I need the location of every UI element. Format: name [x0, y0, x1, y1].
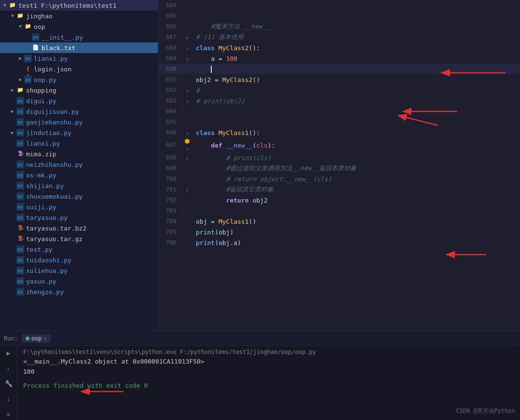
sidebar-item-login-json[interactable]: { } login.json: [0, 64, 158, 74]
fold-icon-687[interactable]: ⊖: [186, 35, 189, 41]
sidebar-item-lianxi2-py[interactable]: py lianxi.py: [0, 138, 158, 149]
chevron-jinghao: [10, 13, 15, 19]
sidebar-item-taryasuo-gz[interactable]: 🗜 taryasuo.tar.gz: [0, 233, 158, 244]
sidebar-item-shuxue-py[interactable]: py shuxuemokuai.py: [0, 191, 158, 202]
gutter-692: ⊖: [182, 85, 192, 95]
code-editor[interactable]: 684 685 68: [158, 0, 520, 248]
line-content-705[interactable]: print(obj): [192, 227, 520, 237]
line-num-696: 696: [158, 127, 182, 138]
table-row: 696 ⊖ class MyClass1():: [158, 127, 520, 138]
line-content-697[interactable]: def __new__(cls):: [192, 138, 520, 152]
sidebar-item-diguijisuan-py[interactable]: py diguijisuan.py: [0, 106, 158, 117]
table-row: 687 ⊖ # (1) 基本使用: [158, 32, 520, 42]
line-content-690[interactable]: [192, 64, 520, 74]
sidebar-item-suiji-py[interactable]: py suiji.py: [0, 202, 158, 212]
line-content-684[interactable]: [192, 0, 520, 11]
sidebar-item-oop-folder[interactable]: 📁 oop: [0, 21, 158, 32]
sidebar-item-shijian-py[interactable]: py shijian.py: [0, 180, 158, 191]
sidebar-item-init-py[interactable]: py __init__.py: [0, 32, 158, 42]
line-num-684: 684: [158, 0, 182, 11]
fold-icon-693[interactable]: ⊖: [186, 99, 189, 104]
watermark: CSDN @景天说Python: [456, 407, 515, 415]
fold-icon-698[interactable]: ⊖: [186, 156, 189, 161]
line-content-706[interactable]: print(obj.a): [192, 237, 520, 248]
table-row: 705 print(obj): [158, 227, 520, 237]
sidebar-item-zhengze-py[interactable]: py zhengze.py: [0, 286, 158, 297]
line-content-685[interactable]: [192, 11, 520, 21]
sidebar-item-test-py[interactable]: py test.py: [0, 244, 158, 255]
fold-icon-689[interactable]: ⊖: [186, 56, 189, 62]
folder-icon-shopping: 📁: [16, 86, 24, 94]
sidebar-item-shopping[interactable]: 📁 shopping: [0, 85, 158, 95]
line-num-691: 691: [158, 74, 182, 85]
line-content-704[interactable]: obj = MyClass1(): [192, 216, 520, 227]
line-num-686: 686: [158, 21, 182, 32]
run-tab-close[interactable]: ✕: [44, 336, 47, 341]
line-content-700[interactable]: # return object.__new__(cls): [192, 174, 520, 184]
line-content-686[interactable]: #魔术方法 __new__: [192, 21, 520, 32]
label-shuxue-py: shuxuemokuai.py: [26, 193, 82, 200]
py-icon-neizhi: py: [16, 161, 24, 168]
table-row: 698 ⊖ # print(cls): [158, 152, 520, 163]
run-tab-oop[interactable]: oop ✕: [22, 334, 51, 343]
run-down-button[interactable]: ↓: [3, 393, 14, 405]
line-content-699[interactable]: #通过借助父类调用方法__new__返回本类对象: [192, 163, 520, 174]
sidebar-item-xuliehua-py[interactable]: py xuliehua.py: [0, 265, 158, 276]
sidebar-item-osmk-py[interactable]: py os-mk.py: [0, 170, 158, 180]
sidebar-item-taryasuo-bz2[interactable]: 🗜 taryasuo.tar.bz2: [0, 223, 158, 233]
fold-icon-696[interactable]: ⊖: [186, 131, 189, 136]
line-content-692[interactable]: #: [192, 85, 520, 95]
line-content-701[interactable]: #返回其它类对象: [192, 184, 520, 195]
gutter-703: [182, 205, 192, 216]
fold-icon-692[interactable]: ⊖: [186, 88, 189, 94]
run-result-line2: 100: [23, 367, 514, 377]
chevron-oop: [17, 24, 23, 29]
line-content-688[interactable]: class MyClass2():: [192, 42, 520, 53]
table-row: 690: [158, 64, 520, 74]
sidebar-item-black-txt[interactable]: 📄 black.txt: [0, 42, 158, 53]
sidebar-item-jinghao[interactable]: 📁 jinghao: [0, 11, 158, 21]
line-content-698[interactable]: # print(cls): [192, 152, 520, 163]
py-icon-zhengze: py: [16, 288, 24, 296]
sidebar-item-tuidaoshi-py[interactable]: py tuidaoshi.py: [0, 255, 158, 265]
sidebar-item-oop-py[interactable]: py oop.py: [0, 74, 158, 85]
fold-icon-701[interactable]: ⊖: [186, 188, 189, 193]
bottom-panel: Run: oop ✕ ▶ ↑ 🔧 ↓ ≡ F:\pythonitems\test…: [0, 331, 520, 420]
gutter-699: [182, 163, 192, 174]
sidebar-item-taryasuo-py[interactable]: py taryasuo.py: [0, 212, 158, 223]
line-content-689[interactable]: a = 100: [192, 53, 520, 64]
sidebar-item-mima-zip[interactable]: 🗜 mima.zip: [0, 149, 158, 159]
line-content-691[interactable]: obj2 = MyClass2(): [192, 74, 520, 85]
line-content-693[interactable]: # print(obj2): [192, 95, 520, 106]
sidebar-item-yasuo-py[interactable]: py yasuo.py: [0, 276, 158, 286]
line-content-702[interactable]: return obj2: [192, 195, 520, 205]
sidebar-root[interactable]: 📁 test1 F:\pythonitems\test1: [0, 0, 158, 11]
gutter-701: ⊖: [182, 184, 192, 195]
line-num-704: 704: [158, 216, 182, 227]
run-wrench-button[interactable]: 🔧: [3, 378, 14, 390]
table-row: 697 ⊖ def __new__(cls):: [158, 138, 520, 152]
line-content-696[interactable]: class MyClass1():: [192, 127, 520, 138]
sidebar-item-jindutiao-py[interactable]: py jindutiao.py: [0, 127, 158, 138]
run-play-button[interactable]: ▶: [3, 348, 14, 359]
line-content-703[interactable]: [192, 205, 520, 216]
fold-icon-688[interactable]: ⊖: [186, 46, 189, 51]
label-black-txt: black.txt: [41, 44, 75, 52]
line-content-695[interactable]: [192, 117, 520, 127]
code-scroll-area[interactable]: 684 685 68: [158, 0, 520, 248]
sidebar-item-gaojiehanshu-py[interactable]: py gaojiehanshu.py: [0, 117, 158, 127]
sidebar-item-lianxi-py[interactable]: py lianxi.py: [0, 53, 158, 64]
fold-icon-697[interactable]: ⊖: [186, 147, 189, 152]
sidebar-item-neizhi-py[interactable]: py neizhihanshu.py: [0, 159, 158, 170]
line-content-687[interactable]: # (1) 基本使用: [192, 32, 520, 42]
run-up-button[interactable]: ↑: [3, 363, 14, 375]
label-oop-py: oop.py: [34, 76, 56, 83]
breakpoint-697[interactable]: [185, 139, 190, 144]
py-icon-lianxi: py: [24, 54, 32, 62]
label-osmk-py: os-mk.py: [26, 172, 56, 179]
sidebar-item-digui-py[interactable]: py digui.py: [0, 95, 158, 106]
run-list-button[interactable]: ≡: [3, 408, 14, 420]
line-content-694[interactable]: [192, 106, 520, 117]
gutter-700: [182, 174, 192, 184]
table-row: 706 print(obj.a): [158, 237, 520, 248]
